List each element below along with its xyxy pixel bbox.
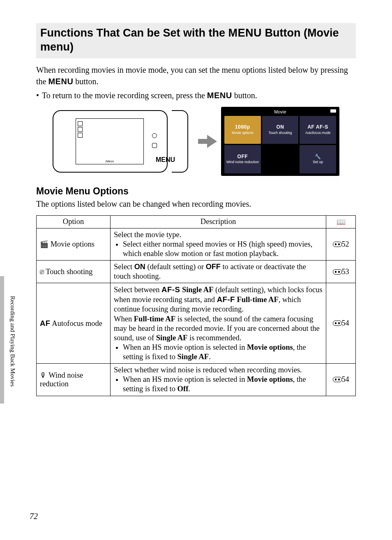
table-row: 🎬 Movie optionsSelect the movie type.Sel… <box>37 228 356 260</box>
tile-label: Autofocus mode <box>305 131 330 135</box>
desc-bullet: When an HS movie option is selected in M… <box>123 375 323 394</box>
menu-tile-grid: 1080pMovie optionsONTouch shootingAF AF-… <box>224 116 336 173</box>
option-icon: 🎬 <box>40 240 48 248</box>
desc-text: Select ON (default setting) or OFF to ac… <box>114 262 323 281</box>
reference-page: 53 <box>342 268 349 276</box>
illustration-row: Nikon MENU Movie 1080pMovie optionsONTou… <box>36 107 356 176</box>
menu-button-label: MENU <box>156 156 175 164</box>
tile-label: Movie options <box>232 131 253 135</box>
tile-value: 🔧 <box>315 154 321 159</box>
reference-link-icon <box>333 240 342 248</box>
option-name: Autofocus mode <box>52 319 102 328</box>
reference-page: 54 <box>342 319 349 327</box>
menu-tile: OFFWind noise reduction <box>224 145 261 173</box>
reference-link-icon <box>333 375 342 383</box>
tile-label: Touch shooting <box>268 131 292 135</box>
menu-word-icon: MENU <box>207 91 232 100</box>
desc-lead: Select whether wind noise is reduced whe… <box>114 365 323 375</box>
reference-page: 52 <box>342 240 349 248</box>
option-name: Touch shooting <box>46 268 92 276</box>
tile-value: AF AF-S <box>307 125 328 130</box>
menu-tile <box>262 145 299 173</box>
table-row: AF Autofocus modeSelect between AF-S Sin… <box>37 283 356 364</box>
table-row: 🎙 Wind noise reductionSelect whether win… <box>37 364 356 396</box>
intro-text-2: button. <box>73 77 98 86</box>
tile-label: Wind noise reduction <box>226 160 259 164</box>
page-number: 72 <box>30 512 38 521</box>
camera-button-icon <box>152 133 157 138</box>
option-icon: 🎙 <box>40 372 47 379</box>
battery-icon <box>330 109 336 113</box>
menu-tile: AF AF-SAutofocus mode <box>300 116 336 144</box>
description-cell: Select between AF-S Single AF (default s… <box>111 283 326 364</box>
th-description: Description <box>111 215 326 228</box>
subheading: Movie Menu Options <box>36 186 356 197</box>
table-row: ⎚ Touch shootingSelect ON (default setti… <box>37 260 356 283</box>
arrow-right-icon <box>198 135 217 148</box>
th-option: Option <box>37 215 111 228</box>
option-cell: 🎙 Wind noise reduction <box>37 364 111 396</box>
reference-cell: 54 <box>326 283 356 364</box>
menu-tile: 🔧Set up <box>300 145 336 173</box>
reference-cell: 53 <box>326 260 356 283</box>
description-cell: Select whether wind noise is reduced whe… <box>111 364 326 396</box>
tile-value: OFF <box>238 154 248 159</box>
tile-label: Set up <box>313 160 323 164</box>
reference-link-icon <box>333 319 342 327</box>
tile-value: 1080p <box>235 125 250 130</box>
menu-word-icon: MENU <box>228 27 262 39</box>
reference-cell: 52 <box>326 228 356 260</box>
desc-bullet: Select either normal speed movies or HS … <box>123 240 323 258</box>
option-name: Movie options <box>51 240 95 248</box>
tile-value: ON <box>276 125 284 130</box>
reference-page: 54 <box>342 375 349 383</box>
book-icon: 📖 <box>337 218 346 226</box>
menu-tile: 1080pMovie options <box>224 116 261 144</box>
sub-intro: The options listed below can be changed … <box>36 199 356 209</box>
camera-screen-icon: Nikon <box>76 118 144 164</box>
menu-screen-header: Movie <box>274 109 286 114</box>
reference-cell: 54 <box>326 364 356 396</box>
menu-word-icon: MENU <box>48 77 73 86</box>
bullet-text-b: button. <box>232 91 257 100</box>
option-cell: ⎚ Touch shooting <box>37 260 111 283</box>
camera-brand: Nikon <box>106 159 114 163</box>
option-icon: ⎚ <box>40 268 44 276</box>
title-pre: Functions That Can be Set with the <box>40 27 228 39</box>
options-table: Option Description 📖 🎬 Movie optionsSele… <box>36 215 356 396</box>
option-cell: AF Autofocus mode <box>37 283 111 364</box>
desc-text: Select between AF-S Single AF (default s… <box>114 285 323 343</box>
page-title: Functions That Can be Set with the MENU … <box>40 26 352 54</box>
menu-tile: ONTouch shooting <box>262 116 299 144</box>
af-icon: AF <box>40 319 51 328</box>
camera-button2-icon <box>152 143 157 148</box>
th-reference: 📖 <box>326 215 356 228</box>
camera-illustration: Nikon <box>53 110 168 173</box>
intro-paragraph: When recording movies in movie mode, you… <box>36 64 356 87</box>
description-cell: Select ON (default setting) or OFF to ac… <box>111 260 326 283</box>
option-cell: 🎬 Movie options <box>37 228 111 260</box>
movie-menu-screenshot: Movie 1080pMovie optionsONTouch shooting… <box>221 107 339 176</box>
intro-bullet: To return to the movie recording screen,… <box>36 90 356 101</box>
description-cell: Select the movie type.Select either norm… <box>111 228 326 260</box>
desc-lead: Select the movie type. <box>114 230 323 240</box>
desc-bullet: When an HS movie option is selected in M… <box>123 343 323 362</box>
reference-link-icon <box>333 268 342 276</box>
bullet-text-a: To return to the movie recording screen,… <box>42 91 207 100</box>
page-title-bar: Functions That Can be Set with the MENU … <box>36 23 356 58</box>
